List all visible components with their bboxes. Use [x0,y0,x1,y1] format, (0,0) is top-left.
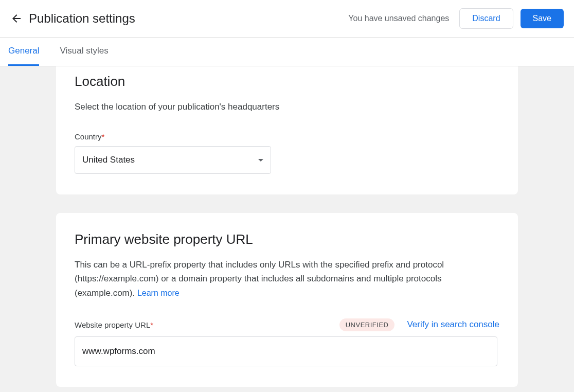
url-description: This can be a URL-prefix property that i… [75,258,499,300]
chevron-down-icon [258,159,263,162]
page-title: Publication settings [29,11,348,26]
verify-search-console-link[interactable]: Verify in search console [407,319,499,330]
back-arrow-icon[interactable] [10,12,23,25]
location-card: Location Select the location of your pub… [56,66,518,194]
location-description: Select the location of your publication'… [75,100,499,114]
url-field-row: Website property URL* UNVERIFIED Verify … [75,318,499,331]
country-label-text: Country [75,132,102,141]
unverified-badge: UNVERIFIED [339,318,395,331]
tabs-bar: General Visual styles [0,38,574,66]
location-title: Location [75,74,499,90]
unsaved-changes-message: You have unsaved changes [348,14,449,23]
country-selected-value: United States [82,155,135,165]
url-label: Website property URL* [75,320,153,329]
url-description-text: This can be a URL-prefix property that i… [75,260,444,297]
country-label: Country* [75,132,499,141]
tab-visual-styles[interactable]: Visual styles [60,38,108,66]
url-title: Primary website property URL [75,231,499,247]
tab-general[interactable]: General [8,38,39,66]
url-status-area: UNVERIFIED Verify in search console [339,318,499,331]
required-asterisk: * [150,320,153,329]
header-bar: Publication settings You have unsaved ch… [0,0,574,38]
required-asterisk: * [102,132,105,141]
url-card: Primary website property URL This can be… [56,213,518,387]
country-select-wrapper: United States [75,146,271,174]
website-url-input[interactable] [75,336,497,366]
learn-more-link[interactable]: Learn more [137,289,180,297]
url-label-text: Website property URL [75,320,150,329]
save-button[interactable]: Save [521,9,564,28]
discard-button[interactable]: Discard [459,8,513,29]
country-select[interactable]: United States [75,146,271,174]
content-area: Location Select the location of your pub… [0,66,574,392]
